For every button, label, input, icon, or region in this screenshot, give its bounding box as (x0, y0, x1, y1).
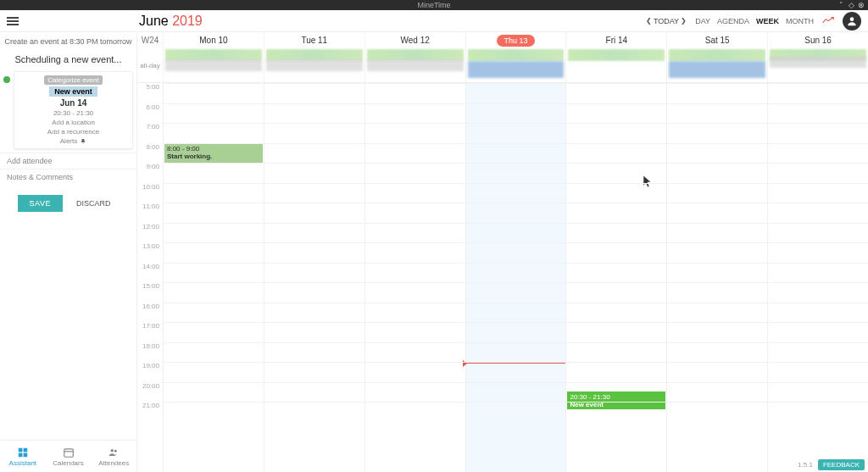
allday-thu[interactable] (465, 49, 566, 82)
week-number: W24 (137, 32, 163, 49)
version-label: 1.5.1 (798, 461, 813, 469)
day-col-tue[interactable] (264, 83, 364, 472)
profile-avatar[interactable] (843, 12, 861, 31)
scheduling-label: Scheduling a new event... (0, 51, 136, 68)
day-col-mon[interactable]: 8:00 - 9:00 Start working. (163, 83, 264, 472)
day-header-fri[interactable]: Fri 14 (565, 32, 666, 49)
svg-rect-1 (19, 447, 23, 452)
add-attendee[interactable]: Add attendee (0, 153, 136, 169)
event-card: Categorize event New event Jun 14 20:30 … (14, 71, 133, 149)
analytics-icon[interactable] (822, 16, 834, 26)
alerts-button[interactable]: Alerts (60, 137, 86, 145)
app-header: June 2019 ❮ TODAY ❯ DAY AGENDA WEEK MONT… (0, 10, 868, 32)
year-label: 2019 (172, 14, 203, 28)
add-recurrence[interactable]: Add a recurrence (47, 128, 99, 136)
window-minimize-icon[interactable]: ˅ (837, 0, 844, 7)
window-maximize-icon[interactable]: ◇ (848, 0, 854, 7)
allday-tue[interactable] (264, 49, 364, 82)
day-header-thu[interactable]: Thu 13 (465, 32, 566, 49)
allday-fri[interactable] (565, 49, 666, 82)
svg-rect-5 (64, 448, 73, 456)
discard-button[interactable]: DISCARD (68, 195, 120, 212)
day-header-tue[interactable]: Tue 11 (264, 32, 364, 49)
allday-row: all-day (137, 49, 868, 83)
allday-sun[interactable] (767, 49, 868, 82)
day-col-sun[interactable] (767, 83, 868, 472)
event-start-working[interactable]: 8:00 - 9:00 Start working. (164, 143, 263, 164)
view-agenda[interactable]: AGENDA (717, 17, 749, 25)
day-header-wed[interactable]: Wed 12 (364, 32, 465, 49)
bell-icon (80, 138, 86, 145)
day-header-sat[interactable]: Sat 15 (666, 32, 767, 49)
window-titlebar: MineTime ˅ ◇ ⊗ (0, 0, 868, 10)
quick-create-hint[interactable]: Create an event at 8:30 PM tomorrow (0, 32, 136, 51)
svg-point-0 (850, 17, 854, 21)
event-title-input[interactable]: New event (49, 86, 97, 97)
sidebar: Create an event at 8:30 PM tomorrow Sche… (0, 32, 137, 472)
window-close-icon[interactable]: ⊗ (858, 0, 865, 7)
day-col-wed[interactable] (364, 83, 465, 472)
svg-rect-2 (23, 447, 27, 452)
allday-wed[interactable] (364, 49, 465, 82)
view-switch: DAY AGENDA WEEK MONTH (695, 17, 814, 25)
day-header-sun[interactable]: Sun 16 (767, 32, 868, 49)
day-col-thu[interactable] (465, 83, 566, 472)
calendar-icon (63, 447, 75, 458)
sidebar-bottom-nav: Assistant Calendars Attendees (0, 440, 136, 472)
today-button[interactable]: TODAY (654, 17, 679, 25)
add-location[interactable]: Add a location (52, 119, 95, 126)
prev-week-icon[interactable]: ❮ (646, 17, 652, 25)
allday-sat[interactable] (666, 49, 767, 82)
view-week[interactable]: WEEK (756, 17, 779, 25)
svg-rect-4 (23, 453, 27, 457)
day-col-sat[interactable] (666, 83, 767, 472)
allday-label: all-day (137, 49, 163, 82)
current-time-indicator (466, 363, 566, 364)
calendar-view: W24 Mon 10 Tue 11 Wed 12 Thu 13 Fri 14 S… (137, 32, 868, 472)
assistant-icon (17, 447, 29, 458)
event-time[interactable]: 20:30 - 21:30 (53, 109, 93, 117)
app-title: MineTime (417, 1, 450, 9)
nav-attendees[interactable]: Attendees (91, 441, 136, 472)
view-month[interactable]: MONTH (786, 17, 814, 25)
calendar-color-dot[interactable] (3, 76, 10, 83)
event-date[interactable]: Jun 14 (60, 98, 87, 108)
next-week-icon[interactable]: ❯ (681, 17, 687, 25)
svg-rect-3 (19, 453, 23, 457)
time-gutter: 5:00 6:00 7:00 8:00 9:00 10:00 11:00 12:… (137, 83, 163, 472)
month-title: June 2019 (139, 14, 203, 29)
day-header: W24 Mon 10 Tue 11 Wed 12 Thu 13 Fri 14 S… (137, 32, 868, 49)
footer: 1.5.1 FEEDBACK (798, 459, 865, 470)
categorize-button[interactable]: Categorize event (44, 75, 102, 85)
nav-calendars[interactable]: Calendars (46, 441, 92, 472)
month-label: June (139, 14, 169, 28)
week-grid[interactable]: 8:00 - 9:00 Start working. 20:30 - 21:3 (163, 83, 868, 472)
mouse-cursor-icon (643, 175, 654, 188)
day-header-mon[interactable]: Mon 10 (163, 32, 264, 49)
notes-comments[interactable]: Notes & Comments (0, 169, 136, 185)
feedback-button[interactable]: FEEDBACK (818, 459, 865, 470)
event-new-event[interactable]: 20:30 - 21:30 New event (567, 391, 665, 409)
allday-mon[interactable] (163, 49, 264, 82)
svg-point-7 (111, 448, 114, 452)
svg-point-8 (114, 449, 117, 452)
day-col-fri[interactable]: 20:30 - 21:30 New event (565, 83, 666, 472)
menu-icon[interactable] (7, 14, 22, 29)
nav-assistant[interactable]: Assistant (0, 441, 46, 472)
save-button[interactable]: SAVE (18, 195, 63, 212)
attendees-icon (108, 447, 120, 458)
view-day[interactable]: DAY (695, 17, 710, 25)
